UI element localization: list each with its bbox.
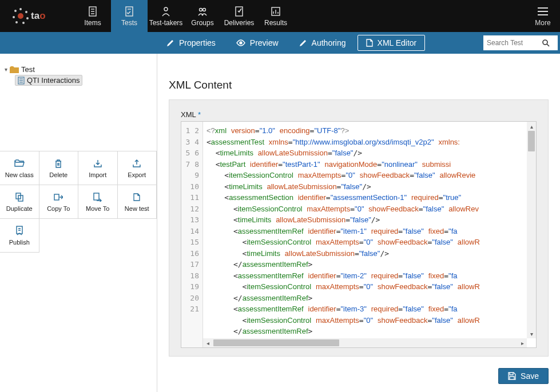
svg-point-4 — [22, 22, 25, 24]
action-duplicate[interactable]: Duplicate — [0, 185, 39, 219]
toolbar: PropertiesPreviewAuthoringXML Editor — [0, 32, 560, 54]
save-icon — [508, 372, 516, 380]
tab-label: XML Editor — [378, 38, 417, 47]
svg-point-5 — [15, 21, 18, 23]
svg-point-6 — [13, 16, 15, 18]
svg-point-15 — [200, 9, 202, 11]
nav-tests[interactable]: Tests — [111, 0, 148, 32]
hamburger-icon — [537, 5, 549, 18]
nav-label: Test-takers — [149, 19, 183, 27]
eye-icon — [236, 39, 245, 46]
folder-icon — [10, 66, 19, 73]
vertical-scrollbar[interactable]: ▴ ▾ — [527, 122, 536, 338]
nav-deliveries[interactable]: Deliveries — [221, 0, 257, 32]
tree: ▾ Test QTI Interactions — [0, 54, 157, 151]
scroll-right-icon[interactable]: ▸ — [518, 338, 527, 347]
tab-properties[interactable]: Properties — [157, 35, 225, 51]
file-icon — [18, 77, 25, 85]
folder-open-icon — [14, 158, 25, 169]
svg-point-16 — [203, 9, 206, 11]
trash-icon — [54, 158, 62, 169]
nav-groups[interactable]: Groups — [184, 0, 221, 32]
scroll-thumb[interactable] — [528, 131, 535, 151]
doc-check-icon — [124, 5, 135, 18]
nav-results[interactable]: Results — [257, 0, 294, 32]
more-label: More — [535, 19, 550, 27]
caret-down-icon: ▾ — [5, 66, 7, 73]
nav-label: Tests — [121, 19, 137, 27]
nav-label: Deliveries — [224, 19, 255, 27]
action-label: Import — [89, 171, 106, 178]
nav-test-takers[interactable]: Test-takers — [148, 0, 184, 32]
nav-label: Groups — [191, 19, 213, 27]
save-bar: Save — [157, 362, 560, 392]
top-nav: tao ItemsTestsTest-takersGroupsDeliverie… — [0, 0, 560, 32]
tab-xml-editor[interactable]: XML Editor — [358, 35, 426, 51]
moveto-icon — [93, 191, 102, 203]
svg-point-1 — [19, 8, 22, 10]
results-icon — [270, 5, 281, 18]
action-export[interactable]: Export — [117, 151, 157, 185]
copyto-icon — [54, 191, 63, 203]
main: ▾ Test QTI Interactions New classDeleteI… — [0, 54, 560, 392]
logo-text: tao — [31, 10, 46, 22]
svg-point-25 — [240, 42, 242, 44]
svg-line-27 — [547, 44, 549, 46]
action-panel: New classDeleteImportExportDuplicateCopy… — [0, 151, 157, 253]
svg-point-2 — [25, 11, 27, 13]
svg-rect-12 — [126, 7, 133, 16]
action-publish[interactable]: Publish — [0, 218, 39, 253]
pencil-icon — [299, 39, 307, 47]
doc-icon — [87, 5, 98, 18]
sidebar: ▾ Test QTI Interactions New classDeleteI… — [0, 54, 157, 392]
tree-item-qti[interactable]: QTI Interactions — [15, 75, 82, 86]
code-editor[interactable]: 1 2 3 4 5 6 7 8 9 10 11 12 13 14 15 16 1… — [181, 121, 537, 348]
tab-preview[interactable]: Preview — [227, 35, 288, 51]
scroll-left-icon[interactable]: ◂ — [203, 338, 212, 347]
action-import[interactable]: Import — [78, 151, 118, 185]
export-icon — [132, 158, 141, 169]
action-label: Publish — [9, 239, 30, 246]
svg-point-3 — [26, 17, 29, 19]
action-label: New class — [5, 171, 34, 178]
logo[interactable]: tao — [0, 0, 74, 32]
horizontal-scrollbar[interactable]: ◂ ▸ — [203, 338, 527, 347]
action-new-test[interactable]: New test — [117, 185, 157, 219]
scroll-thumb-h[interactable] — [213, 339, 339, 346]
tab-label: Authoring — [312, 38, 346, 47]
tab-authoring[interactable]: Authoring — [290, 35, 355, 51]
action-copy-to[interactable]: Copy To — [39, 185, 79, 219]
code-area[interactable]: <?xml version="1.0" encoding="UTF-8"?> <… — [203, 122, 536, 347]
action-label: Export — [128, 171, 146, 178]
line-gutter: 1 2 3 4 5 6 7 8 9 10 11 12 13 14 15 16 1… — [181, 122, 203, 347]
user-icon — [160, 5, 172, 18]
group-icon — [197, 5, 208, 18]
nav-label: Items — [84, 19, 101, 27]
search-icon[interactable] — [541, 39, 551, 47]
action-label: Copy To — [47, 205, 70, 212]
editor-panel: XML * 1 2 3 4 5 6 7 8 9 10 11 12 13 14 1… — [169, 99, 549, 357]
svg-point-0 — [18, 13, 23, 19]
scroll-down-icon[interactable]: ▾ — [527, 329, 536, 338]
tab-label: Preview — [250, 38, 279, 47]
pencil-icon — [166, 39, 174, 47]
more-menu[interactable]: More — [526, 0, 560, 32]
svg-point-7 — [14, 10, 17, 12]
action-move-to[interactable]: Move To — [78, 185, 118, 219]
scroll-up-icon[interactable]: ▴ — [527, 122, 536, 131]
tree-root-label: Test — [21, 65, 35, 74]
action-new-class[interactable]: New class — [0, 151, 39, 185]
save-button[interactable]: Save — [498, 368, 549, 384]
svg-point-26 — [543, 40, 547, 45]
logo-icon — [11, 7, 30, 25]
action-delete[interactable]: Delete — [39, 151, 79, 185]
publish-icon — [15, 225, 24, 237]
save-label: Save — [521, 371, 539, 381]
search-input[interactable] — [483, 39, 541, 47]
nav-items[interactable]: Items — [74, 0, 111, 32]
tree-root[interactable]: ▾ Test — [5, 64, 152, 75]
action-label: Duplicate — [6, 205, 33, 212]
tree-item-label: QTI Interactions — [27, 76, 80, 85]
search-box[interactable] — [483, 35, 558, 50]
section-title: XML Content — [169, 79, 549, 91]
